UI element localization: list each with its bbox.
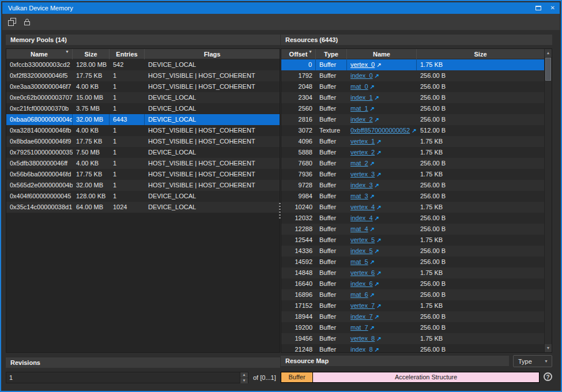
goto-resource-icon[interactable]: ↗ <box>376 149 381 156</box>
resource-map-segment[interactable]: Acceleration Structure <box>313 372 540 383</box>
resource-link[interactable]: index_2 <box>350 116 373 123</box>
resource-link[interactable]: vertex_4 <box>350 203 375 210</box>
table-row[interactable]: 0x35c14c00000038d164.00 MB1024DEVICE_LOC… <box>6 202 280 213</box>
resource-link[interactable]: mat_6 <box>350 291 368 298</box>
table-row[interactable]: 19200Buffermat_7↗256.00 B <box>281 322 544 333</box>
resource-link[interactable]: vertex_1 <box>350 138 375 145</box>
table-row[interactable]: 0x5dfb3800000046ff4.00 KB1HOST_VISIBLE |… <box>6 158 280 169</box>
goto-resource-icon[interactable]: ↗ <box>376 270 381 276</box>
revision-spinner[interactable]: ▲ ▼ <box>6 372 248 383</box>
resource-link[interactable]: vertex_8 <box>350 335 375 342</box>
goto-resource-icon[interactable]: ↗ <box>370 193 375 199</box>
resource-map-filter-dropdown[interactable]: Type ▼ <box>513 355 552 367</box>
table-row[interactable]: 14592Buffermat_5↗256.00 B <box>281 257 544 267</box>
goto-resource-icon[interactable]: ↗ <box>375 116 379 123</box>
goto-resource-icon[interactable]: ↗ <box>370 259 375 265</box>
resource-link[interactable]: vertex_6 <box>350 269 375 276</box>
table-row[interactable]: 2304Bufferindex_1↗256.00 B <box>281 92 544 103</box>
table-row[interactable]: 9984Buffermat_3↗256.00 B <box>281 191 544 202</box>
resource-link[interactable]: 0xbff8570000000052 <box>350 127 410 134</box>
float-window-button[interactable] <box>7 17 17 27</box>
goto-resource-icon[interactable]: ↗ <box>375 182 379 189</box>
goto-resource-icon[interactable]: ↗ <box>375 73 379 79</box>
table-row[interactable]: 0x8bdae600000046f917.75 KB1HOST_VISIBLE … <box>6 136 280 147</box>
resource-link[interactable]: index_4 <box>350 214 373 221</box>
column-header-pool-flags[interactable]: Flags <box>145 49 280 59</box>
maximize-button[interactable] <box>535 5 541 12</box>
table-row[interactable]: 10240Buffervertex_4↗1.75 KB <box>281 202 544 213</box>
close-button[interactable]: ✕ <box>550 2 555 14</box>
resource-link[interactable]: index_6 <box>350 280 373 287</box>
resource-link[interactable]: vertex_3 <box>350 171 375 178</box>
resource-map-segment[interactable]: Buffer <box>281 372 313 383</box>
resource-link[interactable]: index_7 <box>350 313 373 320</box>
table-row[interactable]: 12288Buffermat_4↗256.00 B <box>281 224 544 235</box>
spin-up-icon[interactable]: ▲ <box>240 372 248 378</box>
resources-scrollbar[interactable]: ▲ ▼ <box>544 49 552 352</box>
resource-link[interactable]: mat_4 <box>350 225 368 232</box>
resource-link[interactable]: vertex_5 <box>350 236 375 243</box>
table-row[interactable]: 1792Bufferindex_0↗256.00 B <box>281 70 544 81</box>
table-row[interactable]: 7680Buffermat_2↗256.00 B <box>281 158 544 169</box>
goto-resource-icon[interactable]: ↗ <box>370 292 375 298</box>
table-row[interactable]: 0xc21fcf000000370b3.75 MB1DEVICE_LOCAL <box>6 103 280 114</box>
spin-down-icon[interactable]: ▼ <box>240 378 248 383</box>
goto-resource-icon[interactable]: ↗ <box>376 171 381 178</box>
table-row[interactable]: 0xe0c62b000000370715.00 MB1DEVICE_LOCAL <box>6 92 280 103</box>
table-row[interactable]: 0xbaa068000000004d32.00 MB6443DEVICE_LOC… <box>6 114 280 125</box>
table-row[interactable]: 7936Buffervertex_3↗1.75 KB <box>281 169 544 180</box>
table-row[interactable]: 12032Bufferindex_4↗256.00 B <box>281 213 544 224</box>
goto-resource-icon[interactable]: ↗ <box>412 127 416 134</box>
resource-map-bar[interactable]: BufferAcceleration Structure <box>281 372 540 383</box>
column-header-name[interactable]: Name <box>347 49 417 59</box>
lock-button[interactable] <box>22 17 32 27</box>
table-row[interactable]: 16896Buffermat_6↗256.00 B <box>281 289 544 300</box>
goto-resource-icon[interactable]: ↗ <box>375 215 379 221</box>
goto-resource-icon[interactable]: ↗ <box>370 84 375 90</box>
goto-resource-icon[interactable]: ↗ <box>370 160 375 167</box>
table-row[interactable]: 14848Buffervertex_6↗1.75 KB <box>281 267 544 278</box>
goto-resource-icon[interactable]: ↗ <box>376 62 381 68</box>
resource-link[interactable]: mat_0 <box>350 83 368 90</box>
goto-resource-icon[interactable]: ↗ <box>375 95 379 101</box>
column-header-pool-name[interactable]: Name ▼ <box>6 49 73 59</box>
resource-link[interactable]: vertex_0 <box>350 61 375 68</box>
table-row[interactable]: 18944Bufferindex_7↗256.00 B <box>281 311 544 322</box>
help-icon[interactable]: ? <box>544 372 552 381</box>
resource-link[interactable]: index_5 <box>350 247 373 254</box>
resource-link[interactable]: index_1 <box>350 94 373 101</box>
table-row[interactable]: 12544Buffervertex_5↗1.75 KB <box>281 235 544 246</box>
goto-resource-icon[interactable]: ↗ <box>376 138 381 145</box>
revision-input[interactable] <box>6 372 240 383</box>
table-row[interactable]: 0x565d2e000000004b32.00 MB1HOST_VISIBLE … <box>6 180 280 191</box>
resource-link[interactable]: mat_1 <box>350 105 368 112</box>
titlebar[interactable]: Vulkan Device Memory ✕ <box>2 2 560 14</box>
table-row[interactable]: 14336Bufferindex_5↗256.00 B <box>281 246 544 257</box>
column-header-pool-size[interactable]: Size <box>73 49 110 59</box>
resource-link[interactable]: mat_7 <box>350 324 368 331</box>
goto-resource-icon[interactable]: ↗ <box>376 336 381 342</box>
scrollbar-track[interactable] <box>545 57 552 344</box>
resource-link[interactable]: vertex_7 <box>350 302 375 309</box>
table-row[interactable]: 2816Bufferindex_2↗256.00 B <box>281 114 544 125</box>
scroll-up-icon[interactable]: ▲ <box>545 49 552 57</box>
table-row[interactable]: 4096Buffervertex_1↗1.75 KB <box>281 136 544 147</box>
goto-resource-icon[interactable]: ↗ <box>376 237 381 243</box>
goto-resource-icon[interactable]: ↗ <box>376 303 381 309</box>
table-row[interactable]: 21248Bufferindex_8↗256.00 B <box>281 344 544 353</box>
table-row[interactable]: 9728Bufferindex_3↗256.00 B <box>281 180 544 191</box>
column-header-pool-entries[interactable]: Entries <box>110 49 145 59</box>
resource-link[interactable]: index_0 <box>350 72 373 79</box>
table-row[interactable]: 0xe3aa3000000046f74.00 KB1HOST_VISIBLE |… <box>6 81 280 92</box>
scroll-down-icon[interactable]: ▼ <box>545 344 552 352</box>
scrollbar-thumb[interactable] <box>545 58 551 81</box>
table-row[interactable]: 0x56b6ba00000046fd17.75 KB1HOST_VISIBLE … <box>6 169 280 180</box>
resource-link[interactable]: vertex_2 <box>350 149 375 156</box>
table-row[interactable]: 2048Buffermat_0↗256.00 B <box>281 81 544 92</box>
column-header-type[interactable]: Type <box>316 49 347 59</box>
table-row[interactable]: 19456Buffervertex_8↗1.75 KB <box>281 333 544 344</box>
resource-link[interactable]: index_3 <box>350 182 373 189</box>
table-row[interactable]: 0xf2f83200000046f517.75 KB1HOST_VISIBLE … <box>6 70 280 81</box>
table-row[interactable]: 2560Buffermat_1↗256.00 B <box>281 103 544 114</box>
column-header-offset[interactable]: Offset ▼ <box>281 49 316 59</box>
